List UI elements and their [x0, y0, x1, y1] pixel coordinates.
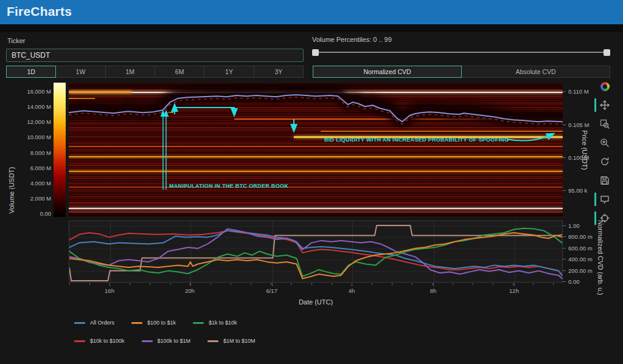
price-tick-mark [563, 157, 566, 158]
x-tick-label: 4h [349, 287, 355, 294]
firecharts-app: FireCharts Ticker 1D1W1M6M1Y3Y Volume Pe… [0, 0, 623, 364]
legend-swatch [74, 340, 85, 342]
manipulation-annotation: MANIPULATION IN THE BTC ORDER BOOK [169, 183, 288, 189]
x-minor-tick [231, 283, 231, 285]
ticker-label: Ticker [7, 37, 26, 44]
legend-swatch [207, 340, 218, 342]
spoofing-annotation: BID LIQUIDITY WITH AN INCREASED PROBABIL… [324, 137, 509, 143]
x-minor-tick [69, 283, 70, 285]
cvd-tick-mark [563, 259, 566, 259]
legend-row: All Orders$100 to $1k$1k to $10k [74, 320, 256, 326]
x-major-tick [110, 283, 110, 286]
volume-tick-label: 6.000 M [15, 164, 51, 171]
slider-handle-min[interactable] [312, 49, 319, 56]
timeframe-button-6m[interactable]: 6M [155, 66, 204, 78]
wheel-zoom-tool-button[interactable] [599, 136, 611, 149]
cvd-tick-label: 200.00 m [568, 267, 593, 273]
x-minor-tick [372, 283, 372, 285]
save-tool-button[interactable] [599, 174, 611, 187]
x-minor-tick [453, 283, 453, 285]
x-minor-tick [130, 283, 130, 285]
bokeh-logo [599, 80, 611, 93]
cvd-tick-label: 1.00 [568, 222, 580, 229]
cvd-chart-plot[interactable] [69, 221, 563, 283]
ticker-input[interactable] [6, 49, 304, 62]
legend-item: $1M to $10M [207, 338, 256, 344]
pan-tool-button[interactable] [599, 98, 611, 112]
price-tick-mark [563, 125, 566, 125]
slider-handle-max[interactable] [604, 49, 610, 56]
timeframe-button-3y[interactable]: 3Y [254, 66, 304, 78]
cvd-tick-mark [563, 248, 566, 249]
price-tick-label: 0.105 M [568, 121, 589, 128]
volume-tick-label: 14.000 M [15, 103, 51, 110]
hover-tool-button[interactable] [599, 193, 611, 206]
hover-icon [600, 194, 610, 204]
x-major-tick [514, 283, 515, 286]
volume-axis-title: Volume (USDT) [8, 167, 15, 213]
reset-icon [600, 157, 610, 167]
volume-tick-label: 10.000 M [15, 134, 51, 140]
app-title: FireCharts [7, 4, 72, 19]
x-minor-tick [513, 283, 513, 285]
bokeh-logo-icon [600, 82, 610, 91]
x-minor-tick [150, 283, 150, 285]
x-minor-tick [291, 283, 291, 285]
legend-label: $100 to $1k [147, 320, 176, 326]
volume-tick-label: 8.000 M [15, 149, 51, 156]
save-icon [600, 176, 610, 185]
legend-label: $100k to $1M [158, 338, 191, 344]
cvd-mode-button-group: Normalized CVDAbsolute CVD [313, 66, 610, 78]
chart-toolbar [599, 80, 611, 225]
x-minor-tick [211, 283, 211, 285]
x-major-tick [433, 283, 434, 286]
x-tick-label: 12h [509, 287, 519, 294]
x-tick-label: 6/17 [266, 287, 277, 294]
volume-tick-label: 12.000 M [15, 118, 51, 125]
x-minor-tick [89, 283, 90, 285]
x-minor-tick [473, 283, 473, 285]
timeframe-button-1m[interactable]: 1M [105, 66, 155, 78]
x-major-tick [190, 283, 190, 286]
header-divider [0, 24, 623, 32]
bracket-elbow-arrow [175, 108, 234, 115]
x-tick-label: 16h [105, 287, 114, 294]
cvd-tick-mark [563, 236, 566, 237]
x-minor-tick [170, 283, 171, 285]
cvd-tick-label: 400.00 m [568, 256, 593, 263]
cvd-tick-mark [563, 281, 566, 282]
normalized-cvd-button[interactable]: Normalized CVD [313, 66, 462, 78]
timeframe-button-group: 1D1W1M6M1Y3Y [6, 66, 304, 78]
legend-label: $10k to $100k [90, 338, 125, 344]
reset-tool-button[interactable] [599, 155, 611, 168]
legend-label: $1k to $10k [209, 320, 237, 326]
app-header: FireCharts [0, 0, 623, 24]
x-minor-tick [553, 283, 554, 285]
cvd-tick-mark [563, 270, 566, 271]
timeframe-button-1d[interactable]: 1D [6, 66, 56, 78]
x-minor-tick [412, 283, 412, 285]
cvd-tick-label: 800.00 m [568, 233, 593, 240]
timeframe-button-1w[interactable]: 1W [55, 66, 105, 78]
volume-tick-label: 0.00 [15, 210, 51, 217]
x-tick-label: 8h [430, 287, 437, 294]
legend-item: $10k to $100k [74, 338, 125, 344]
spoof-curve-arrow [507, 134, 554, 141]
slider-track[interactable] [312, 52, 610, 53]
x-tick-label: 20h [185, 287, 195, 294]
box-zoom-tool-button[interactable] [599, 117, 611, 131]
orderbook-heatmap-plot[interactable]: MANIPULATION IN THE BTC ORDER BOOKBID LI… [69, 83, 563, 217]
x-minor-tick [251, 283, 251, 285]
x-axis-title: Date (UTC) [299, 298, 333, 306]
x-minor-tick [493, 283, 493, 285]
legend-swatch [74, 322, 85, 324]
x-minor-tick [312, 283, 312, 285]
legend-row: $10k to $100k$100k to $1M$1M to $10M [74, 338, 256, 344]
wheel-zoom-icon [600, 138, 610, 148]
absolute-cvd-button[interactable]: Absolute CVD [461, 66, 610, 78]
timeframe-button-1y[interactable]: 1Y [204, 66, 254, 78]
cvd-tick-label: 600.00 m [568, 244, 593, 251]
volume-percentiles-slider[interactable] [312, 49, 610, 57]
volume-tick-label: 4.000 M [15, 179, 51, 186]
x-major-tick [272, 283, 273, 286]
